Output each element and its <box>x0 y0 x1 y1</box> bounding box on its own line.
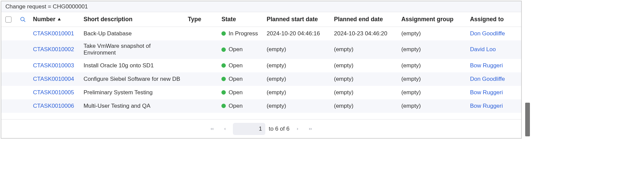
table-header-row: Number Short description Type State Plan… <box>1 12 521 27</box>
row-actions-cell[interactable] <box>16 31 30 36</box>
row-select-cell[interactable] <box>1 31 16 36</box>
prev-page-button[interactable] <box>220 124 230 134</box>
table-row: CTASK0010006Multi-User Testing and QAOpe… <box>1 99 521 113</box>
column-header-label: Planned start date <box>267 16 318 23</box>
state-dot-icon <box>221 31 226 36</box>
cell-number: CTASK0010006 <box>30 103 81 109</box>
state-dot-icon <box>221 47 226 52</box>
cell-assignment-group: (empty) <box>399 89 467 96</box>
cell-text: (empty) <box>334 62 353 69</box>
column-header-planned-end[interactable]: Planned end date <box>331 16 398 23</box>
select-all-checkbox[interactable] <box>5 16 11 23</box>
cell-planned-end: (empty) <box>331 44 398 55</box>
cell-number: CTASK0010005 <box>30 89 81 96</box>
sort-asc-icon <box>57 18 61 21</box>
cell-planned-start: (empty) <box>264 103 331 109</box>
column-header-label: Planned end date <box>334 16 383 23</box>
cell-text: (empty) <box>401 62 421 69</box>
breadcrumb-filter-text: Change request = CHG0000001 <box>5 3 88 10</box>
cell-planned-start: (empty) <box>264 62 331 69</box>
row-select-cell[interactable] <box>1 47 16 52</box>
column-header-assignment-group[interactable]: Assignment group <box>399 16 467 23</box>
cell-planned-start: 2024-10-20 04:46:16 <box>264 28 331 39</box>
cell-text: (empty) <box>401 89 421 96</box>
cell-short-description: Install Oracle 10g onto SD1 <box>81 62 185 69</box>
cell-short-description: Multi-User Testing and QA <box>81 103 185 109</box>
assigned-to-link[interactable]: Bow Ruggeri <box>470 103 503 109</box>
svg-marker-2 <box>58 18 61 21</box>
record-number-link[interactable]: CTASK0010005 <box>33 89 74 96</box>
cell-assignment-group: (empty) <box>399 44 467 55</box>
svg-line-1 <box>24 20 25 22</box>
cell-text: (empty) <box>401 46 421 53</box>
cell-text: (empty) <box>267 46 286 53</box>
cell-assignment-group: (empty) <box>399 103 467 109</box>
assigned-to-link[interactable]: Don Goodliffe <box>470 30 505 37</box>
cell-text: (empty) <box>334 103 353 109</box>
state-text: Open <box>229 46 243 53</box>
cell-text: (empty) <box>401 30 421 37</box>
record-number-link[interactable]: CTASK0010004 <box>33 76 74 82</box>
cell-planned-end: (empty) <box>331 62 398 69</box>
record-number-link[interactable]: CTASK0010003 <box>33 62 74 69</box>
vertical-scrollbar[interactable] <box>525 103 530 136</box>
column-header-short-description[interactable]: Short description <box>81 16 185 23</box>
next-page-button[interactable] <box>293 124 302 134</box>
record-number-link[interactable]: CTASK0010001 <box>33 30 74 37</box>
column-header-type[interactable]: Type <box>185 16 219 23</box>
cell-assignment-group: (empty) <box>399 76 467 82</box>
row-actions-cell[interactable] <box>16 47 30 52</box>
page-number-input[interactable]: 1 <box>233 123 265 135</box>
cell-number: CTASK0010003 <box>30 62 81 69</box>
record-number-link[interactable]: CTASK0010006 <box>33 103 74 109</box>
select-all-cell[interactable] <box>1 16 16 23</box>
chevron-double-right-icon <box>308 127 313 131</box>
column-header-state[interactable]: State <box>219 16 264 23</box>
cell-text: (empty) <box>267 89 286 96</box>
search-icon <box>20 16 26 23</box>
assigned-to-link[interactable]: Bow Ruggeri <box>470 62 503 69</box>
record-number-link[interactable]: CTASK0010002 <box>33 46 74 53</box>
search-column-toggle[interactable] <box>16 16 30 23</box>
column-header-planned-start[interactable]: Planned start date <box>264 16 331 23</box>
cell-text: (empty) <box>334 46 353 53</box>
table-row: CTASK0010002Take VmWare snapshot of Envi… <box>1 40 521 59</box>
cell-text: (empty) <box>267 103 286 109</box>
pagination-range: to 6 of 6 <box>269 126 289 132</box>
cell-assignment-group: (empty) <box>399 28 467 39</box>
cell-planned-end: (empty) <box>331 76 398 82</box>
state-text: Open <box>229 62 243 69</box>
table-row: CTASK0010005Preliminary System TestingOp… <box>1 86 521 99</box>
cell-assigned-to: Don Goodliffe <box>467 28 521 39</box>
breadcrumb-filter[interactable]: Change request = CHG0000001 <box>1 1 521 12</box>
state-text: Open <box>229 89 243 96</box>
first-page-button[interactable] <box>207 124 217 134</box>
cell-number: CTASK0010002 <box>30 44 81 55</box>
cell-state: In Progress <box>219 28 264 39</box>
column-header-label: State <box>221 16 236 23</box>
state-dot-icon <box>221 77 226 81</box>
assigned-to-link[interactable]: Don Goodliffe <box>470 76 505 82</box>
cell-type <box>185 31 219 36</box>
cell-text: Multi-User Testing and QA <box>83 103 150 109</box>
cell-text: 2024-10-20 04:46:16 <box>267 30 320 37</box>
cell-state: Open <box>219 103 264 109</box>
cell-state: Open <box>219 89 264 96</box>
svg-point-0 <box>21 17 24 21</box>
cell-planned-end: (empty) <box>331 89 398 96</box>
cell-text: (empty) <box>401 76 421 82</box>
column-header-number[interactable]: Number <box>30 16 81 23</box>
last-page-button[interactable] <box>306 124 315 134</box>
cell-assigned-to: Bow Ruggeri <box>467 103 521 109</box>
table-body: CTASK0010001Back-Up DatabaseIn Progress2… <box>1 27 521 113</box>
state-text: In Progress <box>229 30 258 37</box>
state-text: Open <box>229 76 243 82</box>
cell-short-description: Configure Siebel Software for new DB <box>81 76 185 82</box>
state-dot-icon <box>221 90 226 95</box>
assigned-to-link[interactable]: David Loo <box>470 46 496 53</box>
column-header-assigned-to[interactable]: Assigned to <box>467 16 521 23</box>
assigned-to-link[interactable]: Bow Ruggeri <box>470 89 503 96</box>
cell-text: Configure Siebel Software for new DB <box>83 76 180 82</box>
cell-state: Open <box>219 44 264 55</box>
page-number-value: 1 <box>259 126 262 132</box>
